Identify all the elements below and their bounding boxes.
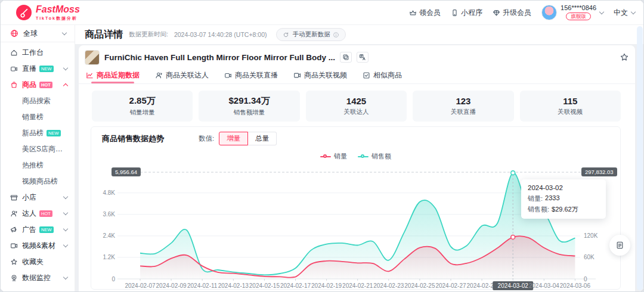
nav-mini-program[interactable]: 小程序 <box>451 8 482 18</box>
legend-marker <box>358 154 369 159</box>
sidebar-menu: 工作台直播NEW商品HOT商品搜索销量榜新品榜NEW美区S店商品榜热推榜视频商品… <box>1 42 75 286</box>
language-selector[interactable]: 中文 <box>614 8 635 18</box>
sidebar-item-label: 数据监控 <box>22 273 51 283</box>
film-icon <box>293 72 301 79</box>
svg-text:4.8K: 4.8K <box>103 190 115 196</box>
phone-icon <box>451 9 459 17</box>
stat-label: 关联达人 <box>344 108 369 116</box>
chart-legend: 销量销售额 <box>91 152 620 161</box>
svg-text:2024-02-21: 2024-02-21 <box>342 282 373 289</box>
user-avatar <box>541 5 557 20</box>
sidebar-item-us-s-shop-rank[interactable]: 美区S店商品榜 <box>1 141 75 157</box>
left-axis-max-badge: 5,956.64 <box>112 167 141 176</box>
stat-card-0: 2.85万销量增量 <box>92 91 193 122</box>
topbar-nav: 领会员小程序升级会员 <box>409 8 531 18</box>
crown-icon <box>409 9 417 17</box>
chevron-down-icon <box>63 66 68 70</box>
page-header: 商品详情 数据更新时间: 2024-03-07 14:40:28 (UTC+8:… <box>75 25 643 44</box>
toggle-option-总量[interactable]: 总量 <box>248 132 277 145</box>
svg-text:2024-02-23: 2024-02-23 <box>373 282 404 289</box>
tab-related-lives[interactable]: 商品关联直播 <box>224 67 278 83</box>
sidebar-badge-hot: HOT <box>39 210 52 217</box>
chevron-down-icon <box>62 30 67 35</box>
sidebar-item-video-products-rank[interactable]: 视频商品榜 <box>1 173 75 190</box>
sidebar-item-product-search[interactable]: 商品搜索 <box>1 93 75 109</box>
tab-related-influencers[interactable]: 商品关联达人 <box>155 67 209 83</box>
camera-icon <box>224 72 232 79</box>
product-header: FurniChic Haven Full Length Mirror Floor… <box>85 49 629 65</box>
star-icon <box>620 52 629 62</box>
sidebar-badge-new: NEW <box>39 226 54 233</box>
update-time-value: 2024-03-07 14:40:28 (UTC+8:00) <box>174 31 267 38</box>
sidebar-item-live[interactable]: 直播NEW <box>1 61 75 77</box>
tab-related-videos[interactable]: 商品关联视频 <box>293 67 347 83</box>
nav-upgrade-membership-label: 升级会员 <box>503 8 531 18</box>
product-thumbnail[interactable] <box>85 50 100 65</box>
stat-card-2: 1425关联达人 <box>306 91 407 122</box>
sidebar-item-label: 商品搜索 <box>22 96 51 106</box>
sidebar-item-shops[interactable]: 小店 <box>1 190 75 206</box>
translate-button[interactable] <box>357 52 369 63</box>
svg-text:2024-02-15: 2024-02-15 <box>249 282 280 289</box>
nav-upgrade-membership[interactable]: 升级会员 <box>493 8 531 18</box>
sidebar-item-products[interactable]: 商品HOT <box>1 77 75 93</box>
home-icon <box>10 49 18 57</box>
copy-button[interactable] <box>340 52 352 63</box>
globe-icon <box>10 29 18 38</box>
tab-similar-products[interactable]: 相似商品 <box>363 67 402 83</box>
product-detail-card: FurniChic Haven Full Length Mirror Floor… <box>79 45 635 291</box>
svg-text:3.6K: 3.6K <box>103 211 115 218</box>
tab-recent-data[interactable]: 商品近期数据 <box>86 67 140 83</box>
sidebar-item-workbench[interactable]: 工作台 <box>1 45 75 61</box>
chevron-down-icon <box>63 210 68 215</box>
fastmoss-logo-icon <box>16 5 32 20</box>
stat-label: 关联直播 <box>451 108 476 116</box>
sidebar-item-ads[interactable]: 广告NEW <box>1 222 75 238</box>
sidebar-item-label: 热推榜 <box>22 160 44 170</box>
stats-row: 2.85万销量增量$291.34万销售额增量1425关联达人123关联直播115… <box>92 91 621 122</box>
value-toggle: 数值: 增量总量 <box>199 132 277 145</box>
favorite-button[interactable] <box>620 52 629 62</box>
svg-text:2024-03-04: 2024-03-04 <box>529 282 560 289</box>
sidebar-item-label: 销量榜 <box>22 112 44 122</box>
sidebar-item-new-products-rank[interactable]: 新品榜NEW <box>1 125 75 141</box>
fastmoss-logo[interactable]: FastMoss TikTok数据分析 <box>16 5 80 20</box>
stat-value: 2.85万 <box>129 95 156 107</box>
legend-item-销量[interactable]: 销量 <box>320 152 347 161</box>
sidebar-item-label: 直播 <box>22 64 36 74</box>
sidebar-item-data-monitor[interactable]: 数据监控 <box>1 270 75 286</box>
chart-title: 商品销售数据趋势 <box>102 133 164 144</box>
sidebar-item-sales-rank[interactable]: 销量榜 <box>1 109 75 125</box>
account-menu[interactable]: 156****0846 旗舰版 <box>541 5 603 20</box>
svg-text:0: 0 <box>112 276 115 282</box>
sidebar-item-influencers[interactable]: 达人HOT <box>1 206 75 222</box>
nav-get-membership[interactable]: 领会员 <box>409 8 441 18</box>
svg-text:1.2K: 1.2K <box>103 254 115 260</box>
svg-text:2024-02-13: 2024-02-13 <box>218 282 249 289</box>
chevron-down-icon <box>63 194 68 199</box>
sidebar-item-favorites[interactable]: 收藏夹 <box>1 254 75 270</box>
svg-text:2.4K: 2.4K <box>103 232 115 239</box>
sidebar-item-hot-promo-rank[interactable]: 热推榜 <box>1 157 75 173</box>
plan-badge: 旗舰版 <box>566 13 591 20</box>
sidebar-badge-new: NEW <box>47 130 61 136</box>
report-float-button[interactable] <box>609 235 630 256</box>
sidebar-item-video-material[interactable]: 视频&素材 <box>1 238 75 254</box>
tooltip-amount-label: 销售额: <box>528 205 549 214</box>
chevron-down-icon <box>631 9 636 14</box>
film-icon <box>10 242 18 250</box>
stat-card-3: 123关联直播 <box>413 91 513 122</box>
tab-label: 商品关联达人 <box>166 70 209 80</box>
manual-refresh-button[interactable]: 手动更新数据 <box>276 28 346 41</box>
live-icon <box>10 65 18 73</box>
tab-label: 商品关联视频 <box>304 70 347 80</box>
chevron-down-icon <box>63 275 68 279</box>
svg-text:2024-03-06: 2024-03-06 <box>560 282 591 289</box>
right-gutter <box>637 26 643 290</box>
legend-item-销售额[interactable]: 销售额 <box>358 152 391 161</box>
svg-text:0: 0 <box>584 276 587 282</box>
sidebar-item-label: 收藏夹 <box>22 257 44 267</box>
toggle-option-增量[interactable]: 增量 <box>219 132 248 145</box>
region-selector[interactable]: 全球 <box>1 25 75 42</box>
top-bar: FastMoss TikTok数据分析 领会员小程序升级会员 156****08… <box>1 1 643 25</box>
